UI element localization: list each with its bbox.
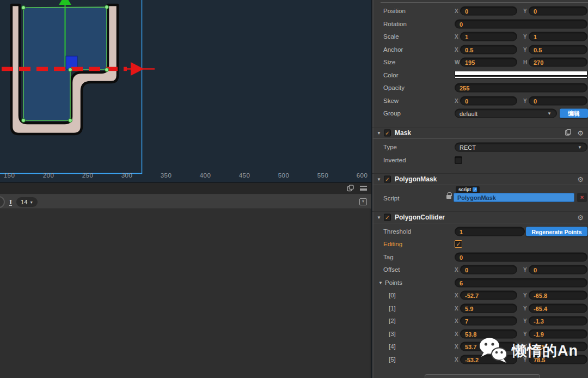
scale-y-input[interactable]: 1 bbox=[529, 32, 587, 41]
points-count-input[interactable]: 6 bbox=[455, 278, 587, 288]
polygonmask-section-header: ▼ ✓ PolygonMask ⚙ bbox=[372, 173, 588, 185]
point-x-input[interactable]: 5.9 bbox=[460, 304, 517, 313]
offset-label: Offset bbox=[383, 266, 400, 273]
point-y-input[interactable]: -65.8 bbox=[529, 291, 587, 300]
rotation-label: Rotation bbox=[383, 21, 407, 27]
console-content[interactable] bbox=[0, 209, 371, 378]
opacity-input[interactable]: 255 bbox=[455, 83, 587, 93]
collapse-caret-icon[interactable]: ▼ bbox=[377, 177, 381, 182]
polygoncollider-enabled-checkbox[interactable]: ✓ bbox=[384, 214, 391, 221]
script-reference-field[interactable]: PolygonMask bbox=[454, 193, 574, 202]
editing-checkbox[interactable]: ✓ bbox=[455, 240, 462, 248]
rotation-row: Rotation 0 bbox=[372, 19, 588, 29]
partial-toolbar-button[interactable] bbox=[0, 196, 5, 208]
x-axis-label: X bbox=[455, 98, 458, 104]
gear-icon[interactable]: ⚙ bbox=[577, 175, 584, 184]
vertex-handle[interactable] bbox=[69, 68, 72, 72]
ruler-tick: 350 bbox=[161, 172, 172, 179]
scene-canvas[interactable] bbox=[0, 0, 371, 182]
size-w-input[interactable]: 195 bbox=[460, 58, 517, 67]
watermark: 懒惰的An bbox=[479, 338, 578, 363]
tag-row: Tag 0 bbox=[372, 252, 588, 263]
threshold-input[interactable]: 1 bbox=[455, 227, 525, 236]
inverted-checkbox[interactable] bbox=[455, 156, 462, 164]
vertex-handle[interactable] bbox=[22, 119, 26, 123]
mask-type-dropdown[interactable]: RECT ▼ bbox=[455, 143, 587, 152]
offset-row: Offset X 0 Y 0 bbox=[372, 264, 588, 275]
panel-menu-icon[interactable] bbox=[360, 186, 367, 191]
x-axis-label: X bbox=[455, 344, 458, 350]
vertex-handle[interactable] bbox=[105, 5, 109, 9]
add-component-button-partial[interactable] bbox=[425, 374, 540, 378]
size-label: Size bbox=[383, 59, 395, 65]
vertex-handle[interactable] bbox=[22, 6, 26, 10]
ruler-tick: 150 bbox=[4, 172, 15, 179]
ruler-tick: 250 bbox=[82, 172, 94, 179]
y-axis-label: Y bbox=[523, 47, 527, 53]
anchor-y-input[interactable]: 0.5 bbox=[529, 45, 587, 54]
color-swatch[interactable] bbox=[455, 71, 587, 80]
group-row: Group default ▼ 编辑 bbox=[372, 108, 588, 119]
mask-inverted-row: Inverted bbox=[372, 155, 588, 166]
point-y-input[interactable]: -1.9 bbox=[529, 330, 587, 339]
w-axis-label: W bbox=[455, 59, 460, 65]
font-size-dropdown[interactable]: 14 ▼ bbox=[16, 197, 38, 207]
vertex-handle[interactable] bbox=[69, 119, 72, 123]
group-edit-button[interactable]: 编辑 bbox=[560, 109, 588, 118]
script-type-tag[interactable]: script ↗ bbox=[456, 186, 480, 193]
skew-y-input[interactable]: 0 bbox=[529, 96, 587, 106]
y-axis-gizmo-arrow[interactable] bbox=[59, 0, 71, 5]
vertex-handle[interactable] bbox=[105, 68, 109, 72]
skew-x-input[interactable]: 0 bbox=[460, 96, 517, 106]
scene-view[interactable]: 150 200 250 300 350 400 450 500 550 600 bbox=[0, 0, 371, 182]
h-axis-label: H bbox=[523, 59, 527, 65]
text-tool-icon[interactable]: I bbox=[9, 198, 12, 206]
y-axis-label: Y bbox=[523, 8, 527, 14]
point-index-label: [2] bbox=[389, 318, 396, 324]
position-x-input[interactable]: 0 bbox=[460, 7, 517, 16]
ruler-tick: 200 bbox=[43, 172, 54, 179]
point-x-input[interactable]: 53.8 bbox=[460, 330, 517, 339]
regenerate-points-button[interactable]: Regenerate Points bbox=[526, 227, 587, 236]
inverted-label: Inverted bbox=[383, 157, 406, 163]
point-y-input[interactable]: -1.3 bbox=[529, 316, 587, 326]
point-index-label: [1] bbox=[389, 305, 396, 312]
gear-icon[interactable]: ⚙ bbox=[577, 214, 584, 222]
y-axis-label: Y bbox=[523, 306, 527, 312]
point-x-input[interactable]: 7 bbox=[460, 316, 517, 326]
editing-label: Editing bbox=[383, 241, 402, 247]
mask-enabled-checkbox[interactable]: ✓ bbox=[384, 130, 391, 137]
size-row: Size W 195 H 270 bbox=[372, 57, 588, 68]
point-x-input[interactable]: -52.7 bbox=[460, 291, 517, 300]
x-axis-label: X bbox=[455, 331, 458, 337]
script-field-group: script ↗ PolygonMask × bbox=[455, 186, 588, 203]
anchor-label: Anchor bbox=[383, 46, 403, 53]
rotation-input[interactable]: 0 bbox=[455, 20, 587, 29]
collapse-caret-icon[interactable]: ▼ bbox=[377, 215, 381, 220]
mask-type-row: Type RECT ▼ bbox=[372, 142, 588, 153]
docs-icon[interactable] bbox=[565, 128, 571, 138]
point-row: [2] X 7 Y -1.3 bbox=[372, 315, 588, 326]
position-y-input[interactable]: 0 bbox=[529, 7, 587, 16]
font-size-value: 14 bbox=[21, 199, 27, 205]
collapse-caret-icon[interactable]: ▼ bbox=[378, 281, 383, 285]
offset-y-input[interactable]: 0 bbox=[529, 265, 587, 275]
link-panel-icon[interactable] bbox=[347, 185, 354, 192]
opacity-row: Opacity 255 bbox=[372, 82, 588, 93]
collapse-caret-icon[interactable]: ▼ bbox=[377, 131, 381, 136]
offset-x-input[interactable]: 0 bbox=[460, 265, 517, 275]
tag-input[interactable]: 0 bbox=[455, 253, 587, 262]
scale-row: Scale X 1 Y 1 bbox=[372, 31, 588, 42]
gear-icon[interactable]: ⚙ bbox=[577, 129, 584, 137]
polygonmask-enabled-checkbox[interactable]: ✓ bbox=[384, 176, 391, 183]
group-dropdown[interactable]: default ▼ bbox=[455, 109, 557, 118]
remove-script-button[interactable]: × bbox=[577, 193, 587, 202]
anchor-x-input[interactable]: 0.5 bbox=[460, 45, 517, 54]
scale-x-input[interactable]: 1 bbox=[460, 32, 517, 41]
point-y-input[interactable]: -65.4 bbox=[529, 304, 587, 313]
lock-icon bbox=[446, 195, 451, 199]
dock-panel-icon[interactable]: ▼ bbox=[359, 198, 367, 205]
size-h-input[interactable]: 270 bbox=[529, 58, 587, 67]
console-panel-header bbox=[0, 182, 371, 194]
open-script-icon[interactable]: ↗ bbox=[473, 187, 477, 192]
